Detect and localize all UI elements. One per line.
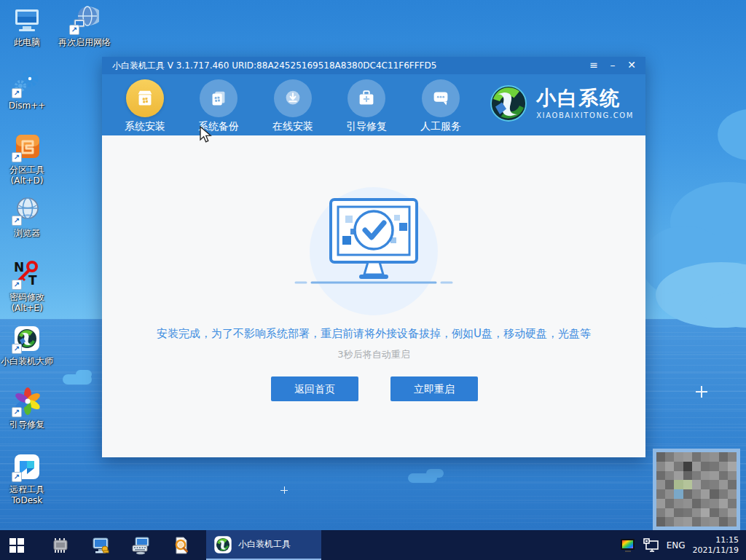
toolbox-icon bbox=[348, 79, 385, 117]
system-tray: ENG 11:15 2021/11/19 bbox=[620, 530, 746, 560]
window-content: 安装完成，为了不影响系统部署，重启前请将外接设备拔掉，例如U盘，移动硬盘，光盘等… bbox=[102, 135, 645, 457]
cloud bbox=[76, 370, 92, 379]
install-box-icon bbox=[126, 79, 164, 117]
nav-system-install[interactable]: 系统安装 bbox=[114, 79, 176, 133]
xiaobai-logo-icon bbox=[487, 82, 530, 125]
sparkle bbox=[696, 386, 707, 398]
taskbar-active-app[interactable]: 小白装机工具 bbox=[206, 530, 321, 560]
nav-system-backup[interactable]: 系统备份 bbox=[188, 79, 249, 133]
nav-label: 人工服务 bbox=[410, 120, 471, 133]
active-app-label: 小白装机工具 bbox=[238, 538, 291, 551]
windows-logo-icon bbox=[9, 538, 24, 553]
nav-online-install[interactable]: 在线安装 bbox=[262, 79, 323, 133]
mouse-cursor bbox=[199, 126, 215, 143]
completion-message: 安装完成，为了不影响系统部署，重启前请将外接设备拔掉，例如U盘，移动硬盘，光盘等 bbox=[102, 327, 645, 341]
shortcut-arrow-icon: ↗ bbox=[12, 152, 22, 162]
shortcut-arrow-icon: ↗ bbox=[12, 216, 22, 226]
window-titlebar[interactable]: 小白装机工具 V 3.1.717.460 URID:88A24525169518… bbox=[102, 57, 645, 74]
cloud bbox=[426, 469, 444, 478]
display-settings-icon bbox=[90, 535, 111, 556]
shortcut-arrow-icon: ↗ bbox=[12, 88, 22, 98]
desktop-icon-browser[interactable]: ↗ 浏览器 bbox=[0, 195, 54, 239]
desktop-icon-label: 小白装机大师 bbox=[1, 356, 53, 367]
nav-boot-repair[interactable]: 引导修复 bbox=[336, 79, 397, 133]
shortcut-arrow-icon: ↗ bbox=[12, 344, 22, 354]
nav-label: 引导修复 bbox=[336, 120, 397, 133]
network-globe-icon: ↗ bbox=[69, 4, 100, 35]
menu-icon[interactable]: ≡ bbox=[584, 57, 603, 74]
taskbar-chip-tool-button[interactable] bbox=[44, 530, 77, 560]
taskbar: 小白装机工具 bbox=[0, 530, 746, 560]
taskbar-osk-button[interactable] bbox=[124, 530, 157, 560]
desktop-icon-label: 再次启用网络 bbox=[58, 37, 111, 48]
taskbar-search-button[interactable] bbox=[164, 530, 197, 560]
taskbar-display-tool-button[interactable] bbox=[84, 530, 117, 560]
nav-human-service[interactable]: 人工服务 bbox=[410, 79, 471, 133]
shortcut-arrow-icon: ↗ bbox=[12, 280, 22, 290]
svg-text:T: T bbox=[28, 273, 37, 288]
desktop-icon-enable-network[interactable]: ↗ 再次启用网络 bbox=[52, 4, 117, 48]
window-title: 小白装机工具 V 3.1.717.460 URID:88A24525169518… bbox=[112, 57, 436, 74]
nav-label: 在线安装 bbox=[262, 120, 323, 133]
clock-date: 2021/11/19 bbox=[693, 545, 739, 556]
brand-site: XIAOBAIXITONG.COM bbox=[536, 111, 634, 119]
shortcut-arrow-icon: ↗ bbox=[12, 407, 22, 417]
nav-label: 系统安装 bbox=[114, 120, 176, 133]
desktop-icon-label: 分区工具 (Alt+D) bbox=[9, 165, 44, 186]
nav-label: 系统备份 bbox=[188, 120, 249, 133]
desktop-icon-dism[interactable]: ↗ Dism++ bbox=[0, 68, 54, 111]
memory-chip-icon bbox=[50, 535, 71, 556]
brand-logo-block: 小白系统 XIAOBAIXITONG.COM bbox=[487, 82, 634, 125]
language-indicator[interactable]: ENG bbox=[667, 540, 686, 551]
monitor-check-illustration bbox=[275, 181, 472, 326]
blurred-qr-mosaic bbox=[653, 449, 740, 530]
xiaobai-logo-icon bbox=[213, 535, 232, 554]
pinwheel-icon: ↗ bbox=[12, 387, 42, 417]
brand-name: 小白系统 bbox=[536, 87, 634, 109]
sparkle bbox=[280, 486, 288, 494]
chat-bubble-icon bbox=[422, 79, 460, 117]
desktop: 此电脑 ↗ 再次启用网络 ↗ Dism bbox=[0, 0, 746, 560]
desktop-icon-todesk[interactable]: ↗ 远程工具 ToDesk bbox=[0, 451, 54, 506]
desktop-icon-label: 引导修复 bbox=[9, 419, 44, 430]
window-toolbar: 系统安装 系统备份 bbox=[102, 74, 645, 135]
desktop-icon-label: 密码修改 (Alt+E) bbox=[9, 292, 44, 314]
network-tray-icon[interactable] bbox=[643, 538, 659, 553]
desktop-icon-password-reset[interactable]: N T ↗ 密码修改 (Alt+E) bbox=[0, 259, 54, 314]
browser-globe-icon: ↗ bbox=[12, 195, 42, 226]
desktop-icon-this-pc[interactable]: 此电脑 bbox=[0, 4, 54, 48]
on-screen-keyboard-icon bbox=[130, 535, 151, 556]
app-window: 小白装机工具 V 3.1.717.460 URID:88A24525169518… bbox=[102, 57, 645, 457]
minimize-icon[interactable]: – bbox=[603, 57, 622, 74]
download-circle-icon bbox=[274, 79, 312, 117]
desktop-icon-label: Dism++ bbox=[9, 100, 46, 111]
search-doc-icon bbox=[170, 535, 191, 556]
desktop-icon-xiaobai-master[interactable]: ↗ 小白装机大师 bbox=[0, 323, 58, 367]
desktop-icon-boot-repair[interactable]: ↗ 引导修复 bbox=[0, 387, 54, 430]
shortcut-arrow-icon: ↗ bbox=[12, 472, 22, 482]
this-pc-icon bbox=[12, 4, 42, 35]
xiaobai-logo-icon: ↗ bbox=[12, 323, 42, 354]
desktop-icon-label: 浏览器 bbox=[14, 228, 40, 239]
start-button[interactable] bbox=[0, 530, 34, 560]
shortcut-arrow-icon: ↗ bbox=[69, 25, 79, 35]
backup-copy-icon bbox=[200, 79, 237, 117]
svg-text:N: N bbox=[14, 260, 24, 275]
desktop-icon-label: 远程工具 ToDesk bbox=[9, 484, 44, 506]
close-icon[interactable]: ✕ bbox=[622, 57, 641, 74]
partition-tool-icon: ↗ bbox=[12, 132, 42, 162]
clock[interactable]: 11:15 2021/11/19 bbox=[693, 535, 739, 556]
password-key-icon: N T ↗ bbox=[12, 259, 42, 290]
clock-time: 11:15 bbox=[693, 535, 739, 545]
color-display-tray-icon[interactable] bbox=[620, 538, 636, 553]
todesk-icon: ↗ bbox=[12, 451, 42, 482]
desktop-icon-partition-tool[interactable]: ↗ 分区工具 (Alt+D) bbox=[0, 132, 54, 186]
restart-button[interactable]: 立即重启 bbox=[390, 376, 478, 401]
gears-icon: ↗ bbox=[12, 68, 42, 98]
desktop-icon-label: 此电脑 bbox=[14, 37, 40, 48]
home-button[interactable]: 返回首页 bbox=[271, 376, 358, 401]
restart-countdown: 3秒后将自动重启 bbox=[102, 348, 645, 361]
